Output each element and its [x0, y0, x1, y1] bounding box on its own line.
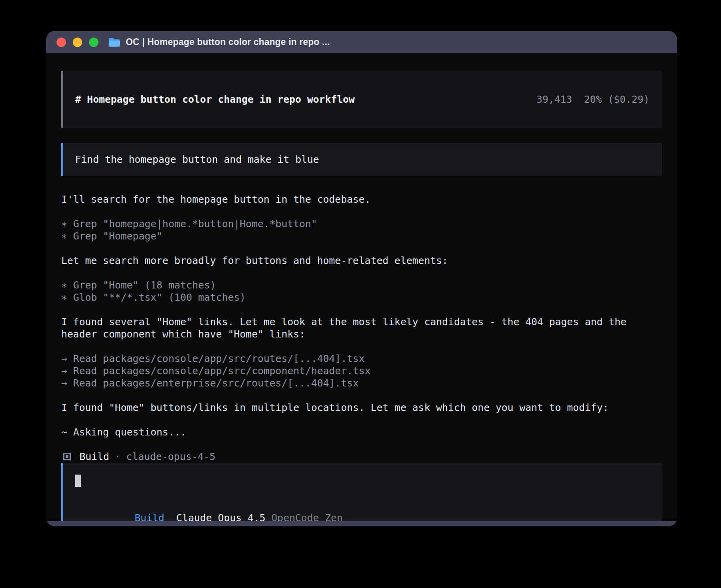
assistant-message: Let me search more broadly for buttons a…	[61, 254, 662, 267]
assistant-text-line: I found several "Home" links. Let me loo…	[61, 316, 662, 328]
assistant-text-line: header component which have "Home" links…	[61, 328, 662, 340]
user-message: Find the homepage button and make it blu…	[61, 143, 662, 176]
agent-separator: ·	[115, 450, 121, 463]
tool-call-group: ∗ Grep "Home" (18 matches) ∗ Glob "**/*.…	[61, 279, 662, 303]
session-header: # Homepage button color change in repo w…	[61, 71, 662, 128]
conversation: I'll search for the homepage button in t…	[61, 193, 662, 463]
terminal-window: OC | Homepage button color change in rep…	[46, 31, 677, 526]
prompt-input[interactable]: BuildClaude Opus 4.5OpenCode Zen	[61, 463, 662, 521]
context-usage: 20% ($0.29)	[584, 94, 649, 105]
titlebar: OC | Homepage button color change in rep…	[46, 31, 677, 53]
grep-tool-line: ∗ Grep "homepage|home.*button|Home.*butt…	[61, 218, 662, 230]
grep-tool-line: ∗ Grep "Homepage"	[61, 230, 662, 242]
agent-status-row: Build · claude-opus-4-5	[61, 450, 662, 463]
maximize-button[interactable]	[89, 38, 98, 47]
read-tool-line: → Read packages/console/app/src/componen…	[61, 365, 662, 377]
traffic-lights	[57, 38, 98, 47]
working-status: ~ Asking questions...	[61, 426, 662, 438]
assistant-message: I found several "Home" links. Let me loo…	[61, 316, 662, 340]
token-count: 39,413	[536, 94, 572, 105]
prompt-agent-label[interactable]: Build	[135, 512, 164, 521]
minimize-button[interactable]	[73, 38, 82, 47]
terminal-content: # Homepage button color change in repo w…	[46, 53, 677, 521]
session-stats: 39,41320% ($0.29)	[489, 82, 649, 117]
assistant-message: I'll search for the homepage button in t…	[61, 193, 662, 205]
assistant-text-line: I'll search for the homepage button in t…	[61, 193, 662, 205]
text-cursor	[75, 475, 81, 487]
window-title: OC | Homepage button color change in rep…	[126, 37, 330, 47]
assistant-message: I found "Home" buttons/links in multiple…	[61, 401, 662, 414]
footer: BuildClaude Opus 4.5OpenCode Zen ·······…	[61, 463, 662, 521]
assistant-text-line: Let me search more broadly for buttons a…	[61, 254, 662, 267]
tool-call-group: → Read packages/console/app/src/routes/[…	[61, 352, 662, 389]
prompt-meta: BuildClaude Opus 4.5OpenCode Zen	[75, 499, 649, 521]
prompt-model-label[interactable]: Claude Opus 4.5	[176, 512, 266, 521]
read-tool-line: → Read packages/enterprise/src/routes/[.…	[61, 377, 662, 389]
agent-name: Build	[79, 450, 109, 463]
agent-model: claude-opus-4-5	[126, 450, 215, 463]
close-button[interactable]	[57, 38, 66, 47]
tool-call-group: ∗ Grep "homepage|home.*button|Home.*butt…	[61, 218, 662, 242]
folder-icon	[108, 37, 121, 47]
assistant-text-line: I found "Home" buttons/links in multiple…	[61, 401, 662, 414]
glob-tool-line: ∗ Glob "**/*.tsx" (100 matches)	[61, 291, 662, 303]
read-tool-line: → Read packages/console/app/src/routes/[…	[61, 352, 662, 365]
grep-tool-line: ∗ Grep "Home" (18 matches)	[61, 279, 662, 291]
agent-build-icon	[63, 453, 71, 460]
asking-questions-status: ~ Asking questions...	[61, 426, 662, 438]
prompt-provider-label: OpenCode Zen	[272, 512, 343, 521]
session-title: # Homepage button color change in repo w…	[75, 94, 355, 105]
